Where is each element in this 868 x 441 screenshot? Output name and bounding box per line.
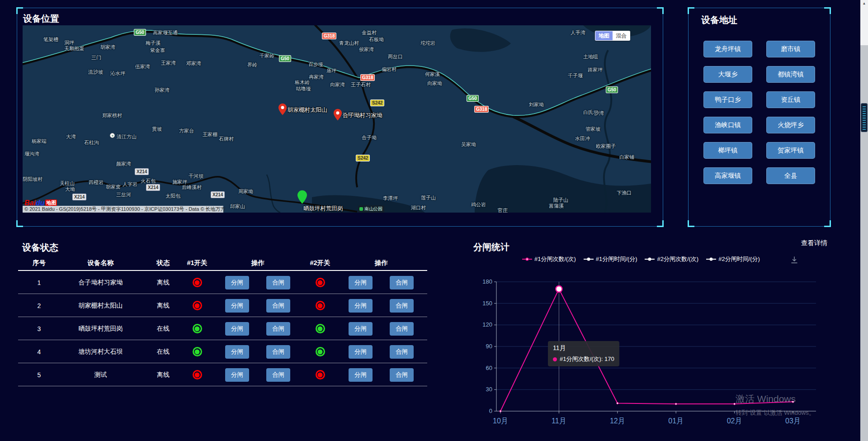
map-place-label: 三岔河 [116,191,131,198]
address-button[interactable]: 渔峡口镇 [703,117,752,133]
open-switch2-button[interactable]: 分闸 [349,322,373,336]
page-scrollbar[interactable]: ▲ [860,0,868,441]
address-button[interactable]: 榔坪镇 [703,142,752,159]
download-icon[interactable] [790,256,798,264]
close-switch2-button[interactable]: 合闸 [390,299,414,313]
address-button[interactable]: 资丘镇 [766,91,815,108]
open-switch1-button[interactable]: 分闸 [225,368,249,382]
switch1-indicator [193,347,202,356]
switch2-indicator [316,324,325,333]
close-switch2-button[interactable]: 合闸 [390,322,414,336]
switch2-actions: 分闸 合闸 [345,271,417,294]
open-switch1-button[interactable]: 分闸 [225,322,249,336]
switch1-cell [183,317,211,340]
trip-statistics-section: 分闸统计 查看详情 #1分闸次数/(次) #1分闸时间/(分) #2分闸次数/(… [468,235,834,441]
col-header-op2: 操作 [345,257,417,269]
switch1-indicator [193,301,202,310]
address-button[interactable]: 火烧坪乡 [766,117,815,133]
legend-dot-icon [710,258,713,261]
device-name: 晒鼓坪村荒田岗 [59,317,142,340]
legend-item[interactable]: #1分闸时间/(分) [584,255,637,263]
map-type-hybrid-button[interactable]: 混合 [613,31,630,40]
map-place-label: 向家湾 [330,81,345,88]
legend-item[interactable]: #2分闸时间/(分) [706,255,760,263]
legend-dot-icon [587,258,590,261]
address-button[interactable]: 大堰乡 [703,66,752,83]
panel-title-device-location: 设备位置 [23,13,59,25]
open-switch1-button[interactable]: 分闸 [225,299,249,313]
close-switch1-button[interactable]: 合闸 [266,299,290,313]
map-type-toggle: 地图 混合 [595,31,630,41]
corner-accent [824,7,831,14]
col-header-index: 序号 [22,257,56,269]
switch1-cell [183,340,211,363]
switch2-cell [306,271,335,294]
address-button[interactable]: 磨市镇 [766,41,815,57]
close-switch1-button[interactable]: 合闸 [266,368,290,382]
map-place-label: 侯家湾 [359,46,374,53]
close-switch2-button[interactable]: 合闸 [390,276,414,289]
open-switch1-button[interactable]: 分闸 [225,276,249,289]
svg-text:03月: 03月 [785,417,801,425]
svg-text:02月: 02月 [727,417,742,425]
view-details-link[interactable]: 查看详情 [801,239,827,247]
map-road-badge: G318 [360,74,375,81]
switch1-indicator [193,370,202,379]
close-switch2-button[interactable]: 合闸 [390,368,414,382]
map-place-label: 千家岭 [259,52,274,59]
open-switch2-button[interactable]: 分闸 [349,368,373,382]
map-place-label: 土地咀 [583,53,598,60]
close-switch1-button[interactable]: 合闸 [266,322,290,336]
scroll-up-arrow-icon[interactable]: ▲ [860,1,868,5]
map-marker-pin[interactable]: 胡家棚村太阳山 [278,103,287,115]
address-button[interactable]: 都镇湾镇 [766,66,815,83]
open-switch2-button[interactable]: 分闸 [349,345,373,359]
thumb-grip [863,105,866,130]
row-index: 4 [22,340,56,363]
switch2-actions: 分闸 合闸 [345,317,417,340]
close-switch1-button[interactable]: 合闸 [266,345,290,359]
open-switch1-button[interactable]: 分闸 [225,345,249,359]
address-button[interactable]: 龙舟坪镇 [703,41,752,57]
address-button[interactable]: 全县 [766,167,815,184]
map-type-map-button[interactable]: 地图 [595,31,613,40]
open-switch2-button[interactable]: 分闸 [349,299,373,313]
map-marker-pin[interactable]: 晒鼓坪村荒田岗 [297,190,307,204]
switch2-cell [306,363,335,386]
svg-text:0: 0 [489,408,492,414]
address-button[interactable]: 高家堰镇 [703,167,752,184]
map-road-badge: S242 [370,100,384,106]
map-place-label: 百步垭 [308,61,323,68]
switch2-cell [306,294,335,317]
svg-text:150: 150 [482,300,492,307]
map-place-label: 伍家湾 [135,63,150,70]
close-switch2-button[interactable]: 合闸 [390,345,414,359]
device-location-panel: 设备位置 [17,8,663,227]
col-header-name: 设备名称 [59,257,142,269]
map-place-label: 太阳包 [165,193,180,199]
close-switch1-button[interactable]: 合闸 [266,276,290,289]
address-button[interactable]: 鸭子口乡 [703,91,752,108]
map-place-label: 周家坳 [238,188,253,195]
scrollbar-thumb[interactable] [861,103,868,132]
row-index: 1 [22,271,56,294]
map-road-badge: S242 [356,155,370,161]
scrollbar-top-cap [860,0,868,45]
baidu-map[interactable]: 笔架槽洞坪天鹅抱蛋胡家湾高家堰互通梅子溪紫金寨三门流沙坡沁水坪伍家湾王家湾邓家湾… [23,25,651,213]
address-button[interactable]: 贺家坪镇 [766,142,815,159]
open-switch2-button[interactable]: 分闸 [349,276,373,289]
legend-item[interactable]: #2分闸次数/(次) [645,255,698,263]
windows-activation-watermark: 激活 Windows [736,393,796,405]
map-place-label: 人字岩 [123,181,137,188]
map-marker-pin[interactable]: 合子坳村习家坳 [334,109,342,121]
device-status: 离线 [149,294,177,317]
svg-text:60: 60 [486,365,492,371]
map-place-label: 何家溪 [425,71,440,78]
map-place-label: 路家坪 [588,66,603,73]
map-place-label: 刘家坳 [529,101,544,108]
legend-line [645,259,655,260]
corner-accent [688,220,694,227]
legend-item[interactable]: #1分闸次数/(次) [522,255,576,263]
map-place-label: 四橙岩 [89,179,104,186]
switch1-actions: 分闸 合闸 [222,294,294,317]
